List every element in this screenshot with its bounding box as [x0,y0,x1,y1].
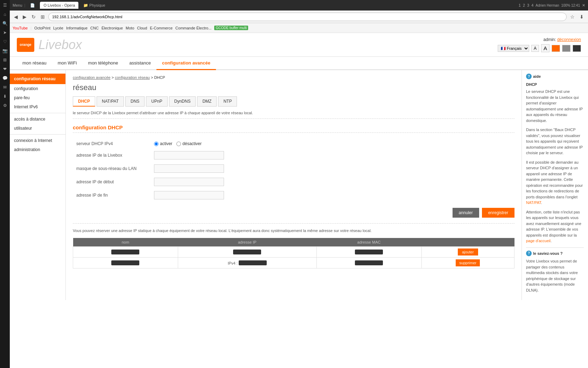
opera-menu-icon[interactable]: ☰ [1,1,9,9]
admin-text: admin: déconnexion [544,37,581,42]
tab-dyndns[interactable]: DynDNS [169,96,196,107]
row2-mac [316,257,421,268]
sidebar-link-acces-distance[interactable]: accès à distance [10,115,65,124]
debut-input[interactable]: 192.168.1.10 [154,178,224,186]
bookmark-star[interactable]: ☆ [569,13,576,20]
sidebar-link-administration[interactable]: administration [10,145,65,154]
opera-bookmark-icon[interactable]: ♡ [1,38,9,46]
sidebar-section-config-reseau[interactable]: configuration réseau [10,74,65,84]
tab-dhcp[interactable]: DHCP [73,96,95,107]
nav-mon-reseau[interactable]: mon réseau [17,57,52,70]
ajouter-button-1[interactable]: ajouter [458,248,478,255]
tab-dns[interactable]: DNS [125,96,145,107]
sidebar-link-utilisateur[interactable]: utilisateur [10,124,65,133]
close-btn[interactable]: ✕ [582,3,585,8]
tab-natpat[interactable]: NAT/PAT [97,96,124,107]
opera-chat-icon[interactable]: 💬 [1,74,9,82]
radio-activer-label[interactable]: activer [154,141,172,146]
nav-config-avancee[interactable]: configuration avancée [156,57,216,70]
tab-upnp[interactable]: UPnP [146,96,167,107]
forward-button[interactable]: ▶ [21,13,28,20]
supprimer-button-1[interactable]: supprimer [456,259,480,266]
back-button[interactable]: ◀ [13,13,19,20]
nav-mon-wifi[interactable]: mon WiFi [52,57,83,70]
opera-camera-icon[interactable]: 📷 [1,47,9,55]
saviez-vous-section: ? le saviez-vous ? Votre Livebox vous pe… [526,247,584,293]
opera-download-icon[interactable]: ⬇ [1,93,9,100]
help-text-3: Il est possible de demander au serveur D… [526,159,584,206]
radio-activer[interactable] [154,142,159,146]
download-btn[interactable]: ⬇ [578,13,585,20]
font-larger-btn[interactable]: A [541,44,550,52]
sidebar-link-internet-ipv6[interactable]: Internet IPv6 [10,102,65,111]
opera-settings-icon[interactable]: ⚙ [1,102,9,109]
opera-nav-icon[interactable]: ➤ [1,29,9,36]
tab-dmz[interactable]: DMZ [197,96,217,107]
enregistrer-button[interactable]: enregistrer [482,208,514,218]
tab-livebox[interactable]: O Livebox - Opera [40,2,78,9]
masked-mac-1 [355,250,383,254]
bookmark-moto[interactable]: Moto [126,26,134,30]
home-button[interactable]: ⊞ [39,13,46,20]
natpat-link[interactable]: NAT/PAT [526,200,541,205]
row2-action: supprimer [421,257,514,268]
breadcrumb-config-reseau[interactable]: configuration réseau [115,75,150,80]
theme-orange[interactable] [552,45,560,52]
menu-tab[interactable]: Menu [13,3,22,7]
sidebar-link-pare-feu[interactable]: pare-feu [10,93,65,102]
deconnexion-link[interactable]: déconnexion [557,37,581,42]
debut-label: adresse IP de début [74,176,150,188]
serveur-radio-cell: activer désactiver [151,139,514,148]
refresh-button[interactable]: ↻ [30,13,37,20]
bookmark-cnc[interactable]: CNC [90,26,99,30]
bookmark-youtube[interactable]: YouTube [13,26,28,30]
theme-dark[interactable] [573,45,581,52]
opera-heart-icon[interactable]: ❤ [1,65,9,73]
nav-assistance[interactable]: assistance [124,57,156,70]
form-row-debut: adresse IP de début 192.168.1.10 [74,176,514,188]
bookmark-commande[interactable]: Commande Électro... [175,26,211,30]
bookmark-octoprint[interactable]: OctoPrint [34,26,50,30]
sidebar-link-connexion-internet[interactable]: connexion à Internet [10,136,65,145]
lang-select[interactable]: 🇫🇷 Français [498,45,529,52]
opera-msg-icon[interactable]: ✉ [1,83,9,91]
theme-gray[interactable] [562,45,570,52]
tab-physique[interactable]: 📁 Physique [80,2,108,9]
opera-home-icon[interactable]: ⌂ [1,11,9,18]
masked-ip-2 [239,260,267,265]
accueil-link[interactable]: page d'accueil [526,239,551,243]
help-text-4: Attention, cette liste n'inclut pas les … [526,209,584,244]
radio-desactiver[interactable] [176,142,181,146]
address-bar[interactable]: 192.168.1.1/advConfigNetworkDhcp.html [48,13,567,21]
tab-inactive-1[interactable]: 📄 [27,2,38,9]
opera-search-icon[interactable]: 🔍 [1,20,9,27]
radio-desactiver-label[interactable]: désactiver [176,141,202,146]
ip-livebox-label: adresse IP de la Livebox [74,149,150,162]
page-content: orange Livebox admin: déconnexion 🇫🇷 Fra… [10,33,588,300]
breadcrumb-config-avancee[interactable]: configuration avancée [73,75,111,80]
main-navigation: mon réseau mon WiFi mon téléphone assist… [10,57,588,70]
bookmark-elec[interactable]: Électronique [102,26,123,30]
sidebar-link-configuration[interactable]: configuration [10,84,65,93]
saviez-text: Votre Livebox vous permet de partager de… [526,258,584,293]
bookmark-info[interactable]: Informatique [66,26,88,30]
masque-input[interactable]: 255.255.255.0 [154,164,224,173]
form-row-fin: adresse IP de fin 192.168.1.150 [74,189,514,202]
section-title: réseau [73,83,514,92]
annuler-button[interactable]: annuler [453,208,479,218]
tab-ntp[interactable]: NTP [218,96,237,107]
bookmark-cloud[interactable]: Cloud [137,26,147,30]
nav-mon-telephone[interactable]: mon téléphone [83,57,124,70]
row1-action: ajouter [421,246,514,257]
radio-group: activer désactiver [154,141,511,146]
fin-input[interactable]: 192.168.1.150 [154,191,224,199]
saviez-icon: ? [526,251,532,256]
bookmark-ecommerce[interactable]: E-Commerce [150,26,173,30]
form-buttons: annuler enregistrer [73,208,514,218]
ip-livebox-input[interactable]: 192.168.1.1 [154,151,224,159]
bookmark-lycee[interactable]: Lycée [53,26,63,30]
row2-ip: IPv4 : [178,257,316,268]
opera-grid-icon[interactable]: ⊞ [1,56,9,64]
font-smaller-btn[interactable]: A [531,45,539,52]
gcode-bookmark[interactable]: GCODE buffer multi [214,26,248,30]
